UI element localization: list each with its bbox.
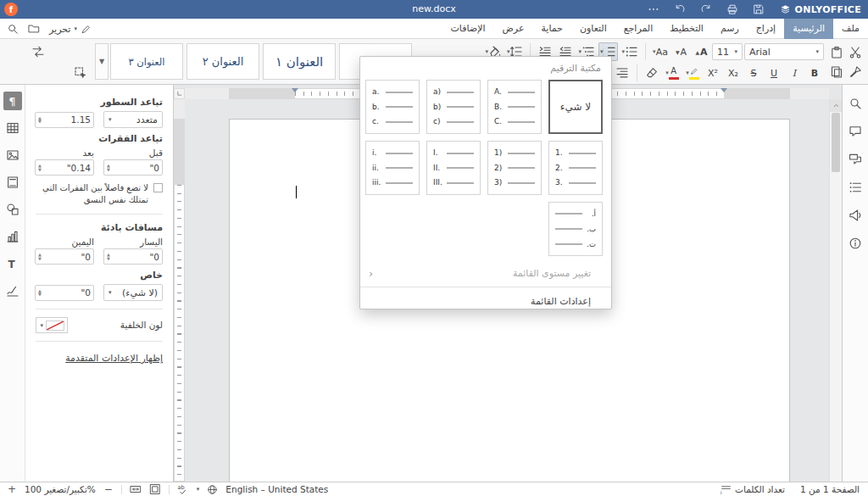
indent-marker[interactable] xyxy=(292,88,298,92)
undo-icon[interactable] xyxy=(674,3,686,15)
tab-home[interactable]: الرئيسية xyxy=(784,19,833,39)
numbering-option-none[interactable]: لا شيء xyxy=(548,80,603,134)
zoom-in-button[interactable]: + xyxy=(7,484,17,494)
spinner-arrows-icon[interactable]: ▲▼ xyxy=(38,164,42,171)
tab-layout[interactable]: التخطيط xyxy=(661,19,712,39)
shape-settings-button[interactable] xyxy=(3,200,22,219)
numbering-option-upper-roman[interactable]: I. II. III. xyxy=(426,141,481,195)
indent-marker[interactable] xyxy=(721,88,727,92)
word-count-button[interactable]: تعداد الكلمات 123 xyxy=(721,484,785,495)
copy-button[interactable] xyxy=(827,63,846,81)
tab-references[interactable]: المراجع xyxy=(615,19,662,39)
font-color-button[interactable]: A▾ xyxy=(663,64,682,82)
spinner-arrows-icon[interactable]: ▲▼ xyxy=(38,116,42,124)
spinner-arrows-icon[interactable]: ▲▼ xyxy=(107,164,110,171)
fit-width-button[interactable] xyxy=(130,483,142,495)
open-file-icon[interactable] xyxy=(28,23,40,35)
change-case-button[interactable]: Aa▾ xyxy=(651,42,670,61)
search-icon[interactable] xyxy=(7,23,19,35)
font-size-select[interactable]: 11▾ xyxy=(712,43,743,60)
numbering-option-upper-letter-dot[interactable]: A. B. C. xyxy=(487,80,542,134)
bullets-button[interactable]: ▾ xyxy=(620,42,640,61)
fit-page-button[interactable] xyxy=(149,483,161,495)
line-spacing-mode-select[interactable]: متعدد▾ xyxy=(103,111,163,128)
italic-button[interactable]: I xyxy=(785,64,804,82)
edit-mode-select[interactable]: تحرير ▾ xyxy=(49,24,92,35)
advanced-settings-link[interactable]: إظهار الإعدادات المتقدمة xyxy=(65,353,163,364)
numbering-option-lower-letter-dot[interactable]: a. b. c. xyxy=(365,80,420,134)
spacing-after-spinner[interactable]: 0.14" ▲▼ xyxy=(35,159,94,176)
more-actions-icon[interactable] xyxy=(648,3,659,15)
decrease-font-button[interactable]: A▼ xyxy=(671,42,690,61)
special-indent-select[interactable]: (لا شيء)▾ xyxy=(103,284,163,301)
font-name-select[interactable]: Arial▾ xyxy=(744,43,824,60)
tab-file[interactable]: ملف xyxy=(833,19,868,39)
strikeout-button[interactable]: S xyxy=(744,64,763,82)
vertical-ruler[interactable] xyxy=(174,99,185,482)
redo-icon[interactable] xyxy=(700,3,712,15)
align-right-button[interactable] xyxy=(613,64,632,82)
print-icon[interactable] xyxy=(726,3,738,15)
change-list-level-item[interactable]: تغيير مستوى القائمة ‹ xyxy=(360,263,611,283)
sidebar-about-button[interactable] xyxy=(847,235,864,252)
table-settings-button[interactable] xyxy=(3,119,22,137)
increase-font-button[interactable]: A▲ xyxy=(692,42,710,61)
numbering-option-lower-letter-paren[interactable]: a) b) c) xyxy=(426,80,481,134)
numbering-option-lower-roman[interactable]: i. ii. iii. xyxy=(365,141,420,195)
sidebar-chat-button[interactable] xyxy=(847,151,864,168)
sidebar-navigation-button[interactable] xyxy=(847,179,864,196)
spinner-arrows-icon[interactable]: ▲▼ xyxy=(38,289,42,297)
scrollbar-thumb[interactable] xyxy=(832,113,840,172)
paste-button[interactable] xyxy=(827,43,846,62)
superscript-button[interactable]: X² xyxy=(704,64,722,82)
tab-insert[interactable]: إدراج xyxy=(748,19,784,39)
style-item-heading2[interactable]: العنوان ٢ xyxy=(186,43,259,80)
underline-button[interactable]: U xyxy=(765,64,783,82)
spinner-arrows-icon[interactable]: ▲▼ xyxy=(107,253,110,260)
line-spacing-value-spinner[interactable]: 1.15 ▲▼ xyxy=(35,112,94,128)
sidebar-search-button[interactable] xyxy=(847,95,864,112)
header-footer-settings-button[interactable] xyxy=(3,173,22,192)
numbering-option-arabic-alpha[interactable]: أ. ب. ت. xyxy=(548,202,603,256)
same-style-checkbox[interactable] xyxy=(153,183,163,192)
text-art-settings-button[interactable]: T xyxy=(3,254,22,273)
tab-protection[interactable]: حماية xyxy=(532,19,570,39)
special-indent-spinner[interactable]: 0" ▲▼ xyxy=(35,285,94,301)
cut-button[interactable] xyxy=(846,43,865,62)
numbering-option-decimal-paren[interactable]: 1) 2) 3) xyxy=(487,141,542,195)
chart-settings-button[interactable] xyxy=(3,227,22,246)
indent-right-spinner[interactable]: 0" ▲▼ xyxy=(35,248,94,265)
spellcheck-button[interactable]: ab xyxy=(177,483,189,495)
save-icon[interactable] xyxy=(753,3,765,15)
tab-view[interactable]: عرض xyxy=(494,19,533,39)
clear-style-button[interactable] xyxy=(643,64,661,82)
vertical-scrollbar[interactable] xyxy=(829,99,842,482)
list-settings-item[interactable]: إعدادات القائمة xyxy=(360,291,611,311)
sidebar-feedback-button[interactable] xyxy=(847,207,864,224)
signature-settings-button[interactable] xyxy=(3,281,22,300)
bold-button[interactable]: B xyxy=(805,64,824,82)
style-item-heading1[interactable]: العنوان ١ xyxy=(263,43,336,80)
paragraph-settings-button[interactable]: ¶ xyxy=(3,92,22,110)
image-settings-button[interactable] xyxy=(3,146,22,164)
scroll-up-button[interactable] xyxy=(830,99,842,112)
indent-left-spinner[interactable]: 0" ▲▼ xyxy=(103,248,163,265)
tab-draw[interactable]: رسم xyxy=(712,19,748,39)
find-replace-button[interactable] xyxy=(29,42,47,61)
sidebar-comments-button[interactable] xyxy=(847,123,864,140)
chevron-down-icon[interactable]: ▾ xyxy=(197,486,200,493)
styles-gallery-expand-button[interactable]: ▼ xyxy=(95,43,108,80)
language-select[interactable]: English – United States xyxy=(225,484,328,494)
copy-style-button[interactable] xyxy=(846,63,865,81)
tab-plugins[interactable]: الإضافات xyxy=(442,19,494,39)
spacing-before-spinner[interactable]: 0" ▲▼ xyxy=(103,159,163,176)
subscript-button[interactable]: X₂ xyxy=(724,64,743,82)
tab-stop-selector[interactable] xyxy=(174,88,185,99)
highlight-color-button[interactable]: ▾ xyxy=(683,64,702,82)
tab-collaboration[interactable]: التعاون xyxy=(571,19,615,39)
style-item-heading3[interactable]: العنوان ٣ xyxy=(110,43,183,80)
select-all-button[interactable] xyxy=(71,64,90,82)
background-color-button[interactable]: ▾ xyxy=(36,317,68,333)
zoom-out-button[interactable]: − xyxy=(103,484,114,494)
numbering-option-decimal-dot[interactable]: 1. 2. 3. xyxy=(548,141,603,195)
